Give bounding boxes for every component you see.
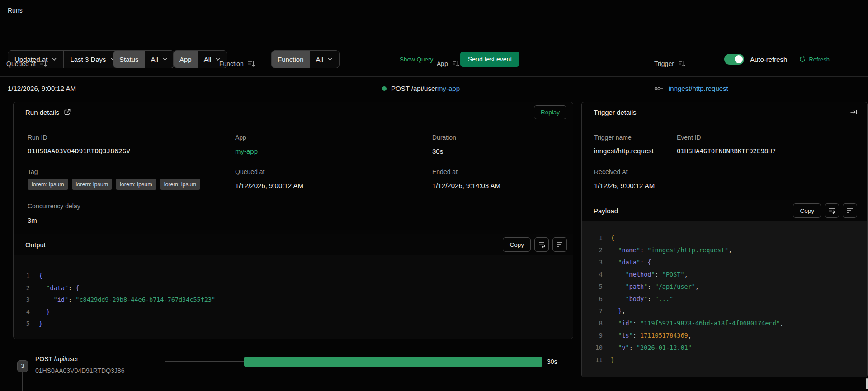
queued-at-label: Queued at [235,168,264,175]
trigger-details-header: Trigger details [582,102,867,122]
word-wrap-icon[interactable] [825,203,839,218]
collapse-panel-icon[interactable] [850,108,857,116]
column-header-app[interactable]: App [437,60,460,67]
run-trigger-cell[interactable]: inngest/http.request [654,85,728,92]
payload-title: Payload [594,207,618,215]
timeline-function-name: POST /api/user [35,355,78,363]
code-line: 3 "id": "c8429dd9-29b8-44e6-b714-767d34c… [14,294,573,306]
runs-page: Runs Updated at Last 3 Days Status All A… [0,0,868,391]
payload-header: Payload Copy [582,200,867,221]
status-dot-icon [382,86,387,91]
duration-label: Duration [432,134,456,141]
output-header: Output Copy [14,234,573,255]
code-line: 3 "data": { [582,256,867,269]
tag-chip: lorem: ipsum [116,179,156,190]
output-code: 1{2 "data": {3 "id": "c8429dd9-29b8-44e6… [14,255,573,339]
tag-label: Tag [28,168,38,175]
sort-icon [39,61,47,67]
code-line: 2 "data": { [14,282,573,294]
timeline-duration-label: 30s [547,358,557,365]
run-trigger-name: inngest/http.request [669,85,728,92]
code-line: 1{ [14,270,573,282]
column-label: App [437,60,448,67]
timeline-run-id: 01HS0AA03V04D91RTDQ3J86 [35,367,124,374]
timeline-connector-line [165,361,244,362]
received-at-value: 1/12/26, 9:00:12 AM [594,182,655,189]
column-label: Function [219,60,244,67]
event-id-label: Event ID [677,134,701,141]
run-id-value: 01HS0AA03V04D91RTDQ3J862GV [28,147,130,155]
run-details-panel: Run details Replay Run ID 01HS0AA03V04D9… [13,102,573,339]
code-line: 6 "body": "..." [582,293,867,305]
code-line: 5 "path": "/api/user", [582,281,867,293]
app-value-link[interactable]: my-app [235,147,258,155]
run-function-cell[interactable]: POST /api/user [382,85,437,92]
timeline-duration-bar[interactable] [244,357,542,367]
external-link-icon[interactable] [64,108,71,116]
payload-code: 1{2 "name": "inngest/http.request",3 "da… [582,221,867,377]
sort-icon [678,61,686,67]
code-line: 9 "ts": 1711051784369, [582,330,867,342]
payload-copy-button[interactable]: Copy [793,203,821,218]
sort-icon [247,61,255,67]
concurrency-delay-value: 3m [28,217,37,224]
code-line: 5} [14,318,573,330]
ended-at-value: 1/12/2026, 9:14:03 AM [432,182,500,189]
column-header-queued-at[interactable]: Queued at [6,60,47,67]
output-accent-bar [14,234,14,255]
column-header-function[interactable]: Function [219,60,255,67]
code-line: 1{ [582,232,867,244]
scrollbar-thumb[interactable] [866,378,868,389]
queued-at-value: 1/12/2026, 9:00:12 AM [235,182,303,189]
code-line: 2 "name": "inngest/http.request", [582,244,867,256]
sort-icon [452,61,460,67]
code-line: 10 "v": "2026-01-12.01" [582,342,867,354]
code-line: 8 "id": "119f5971-9878-46bd-a18f-4f06801… [582,317,867,330]
webhook-icon [654,86,664,91]
output-copy-button[interactable]: Copy [503,237,531,252]
tag-chip: lorem: ipsum [28,179,68,190]
column-label: Queued at [6,60,36,67]
trigger-name-value: inngest/http.request [594,147,654,155]
run-function-name: POST /api/user [391,85,437,92]
ended-at-label: Ended at [432,168,458,175]
tag-chip: lorem: ipsum [72,179,113,190]
page-title: Runs [8,7,23,14]
run-app-link[interactable]: my-app [437,85,460,92]
word-wrap-icon[interactable] [534,237,549,252]
runs-table-header: Queued at Function App Trigger [0,52,868,77]
trigger-name-label: Trigger name [594,134,632,141]
tag-list: lorem: ipsumlorem: ipsumlorem: ipsumlore… [28,179,200,190]
event-id-value: 01HSHA4GT0FN0NRBKTF92E98H7 [677,147,776,155]
column-header-trigger[interactable]: Trigger [654,60,686,67]
run-details-title: Run details [25,108,59,116]
code-line: 11} [582,354,867,366]
step-count-badge[interactable]: 3 [17,360,28,372]
column-label: Trigger [654,60,674,67]
duration-value: 30s [432,147,443,155]
app-label: App [235,134,246,141]
concurrency-delay-label: Concurrency delay [28,203,80,210]
timeline-connector-vertical [22,372,23,391]
run-row[interactable]: 1/12/2026, 9:00:12 AM POST /api/user my-… [0,77,868,102]
filter-bar: Updated at Last 3 Days Status All App Al… [0,21,868,52]
code-line: 4 } [14,306,573,318]
align-left-icon[interactable] [843,203,857,218]
align-left-icon[interactable] [552,237,567,252]
trigger-details-title: Trigger details [594,108,636,116]
trigger-details-panel: Trigger details Trigger name inngest/htt… [581,102,868,377]
run-details-header: Run details Replay [14,102,573,122]
received-at-label: Received At [594,168,628,175]
replay-button[interactable]: Replay [534,105,566,119]
output-title: Output [25,241,46,249]
code-line: 7 }, [582,305,867,317]
run-id-label: Run ID [28,134,47,141]
tag-chip: lorem: ipsum [160,179,201,190]
code-line: 4 "method": "POST", [582,269,867,281]
run-queued-at: 1/12/2026, 9:00:12 AM [8,85,76,92]
top-bar: Runs [0,0,868,21]
